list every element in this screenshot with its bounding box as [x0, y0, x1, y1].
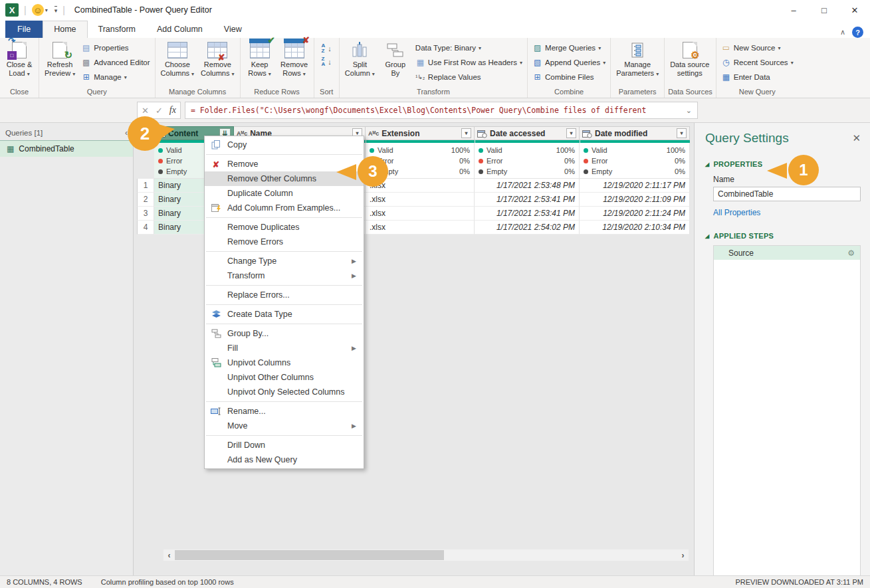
scroll-right-icon[interactable]: ›	[677, 551, 689, 560]
properties-button[interactable]: ▤ Properties	[78, 41, 152, 55]
menu-item-drill-down[interactable]: Drill Down	[205, 438, 364, 452]
menu-item-change-type[interactable]: Change Type ▶	[205, 254, 364, 268]
cell-date-modified[interactable]: 12/19/2020 2:11:17 PM	[580, 179, 690, 193]
sort-za-icon: ZA	[322, 56, 326, 67]
cell-date-accessed[interactable]: 1/17/2021 2:54:02 PM	[475, 221, 580, 235]
split-column-icon	[350, 42, 370, 58]
tab-transform[interactable]: Transform	[88, 21, 147, 38]
menu-item-unpivot-other-columns[interactable]: Unpivot Other Columns	[205, 370, 364, 385]
tab-home[interactable]: Home	[43, 21, 87, 38]
quick-access-customize-icon[interactable]: ▾	[54, 6, 58, 14]
group-by-icon	[205, 329, 227, 338]
dropdown-icon: ▾	[72, 71, 75, 77]
recent-sources-button[interactable]: ◷ Recent Sources ▾	[718, 55, 796, 70]
cell-date-modified[interactable]: 12/19/2020 2:11:24 PM	[580, 207, 690, 221]
column-header-extension[interactable]: Aᴹc Extension ▾	[366, 126, 475, 140]
data-type-button[interactable]: Data Type: Binary ▾	[413, 41, 525, 55]
collapse-triangle-icon[interactable]: ◢	[705, 161, 709, 167]
column-header-date-accessed[interactable]: Date accessed ▾	[475, 126, 580, 140]
menu-separator	[206, 251, 362, 252]
enter-data-button[interactable]: ▦ Enter Data	[718, 70, 796, 84]
empty-dot-icon	[479, 169, 483, 174]
formula-expand-icon[interactable]: ⌄	[686, 106, 692, 115]
cell-date-modified[interactable]: 12/19/2020 2:10:34 PM	[580, 221, 690, 235]
data-source-settings-button[interactable]: ⚙ Data source settings	[667, 39, 712, 78]
menu-item-add-as-new-query[interactable]: Add as New Query	[205, 452, 364, 467]
scroll-left-icon[interactable]: ‹	[163, 551, 175, 560]
close-pane-icon[interactable]: ✕	[852, 132, 861, 144]
cell-date-accessed[interactable]: 1/17/2021 2:53:41 PM	[475, 193, 580, 207]
remove-rows-button[interactable]: ✘ Remove Rows ▾	[277, 39, 312, 79]
menu-item-fill[interactable]: Fill ▶	[205, 341, 364, 355]
query-list-item-combinedtable[interactable]: ▦ CombinedTable	[0, 141, 133, 157]
menu-item-copy[interactable]: Copy	[205, 138, 364, 152]
all-properties-link[interactable]: All Properties	[713, 208, 861, 217]
callout-badge-1: 1	[766, 154, 821, 186]
minimize-button[interactable]: –	[778, 0, 809, 20]
column-header-date-modified[interactable]: Date modified ▾	[580, 126, 690, 140]
use-first-row-as-headers-button[interactable]: ▦ Use First Row as Headers ▾	[413, 55, 525, 70]
remove-columns-button[interactable]: ✘ Remove Columns ▾	[197, 39, 237, 79]
feedback-smiley-icon[interactable]: ☺	[32, 4, 44, 16]
cell-date-accessed[interactable]: 1/17/2021 2:53:48 PM	[475, 179, 580, 193]
menu-item-remove-duplicates[interactable]: Remove Duplicates	[205, 220, 364, 235]
group-by-button[interactable]: Group By	[378, 39, 413, 78]
menu-item-unpivot-columns[interactable]: Unpivot Columns	[205, 355, 364, 370]
menu-separator	[206, 324, 362, 324]
choose-columns-button[interactable]: Choose Columns ▾	[158, 39, 197, 79]
menu-item-unpivot-only-selected-columns[interactable]: Unpivot Only Selected Columns	[205, 385, 364, 399]
split-column-button[interactable]: Split Column ▾	[342, 39, 378, 79]
empty-dot-icon	[584, 169, 588, 174]
formula-input[interactable]: = Folder.Files("C:\Users\wongf\Documents…	[185, 102, 698, 119]
choose-columns-icon	[167, 42, 187, 58]
close-and-load-button[interactable]: □ ↷ Close & Load ▾	[2, 39, 37, 79]
maximize-button[interactable]: □	[809, 0, 839, 20]
applied-steps-section-heading[interactable]: ◢ APPLIED STEPS	[705, 232, 861, 240]
collapse-triangle-icon[interactable]: ◢	[705, 233, 709, 239]
keep-rows-button[interactable]: ✔ Keep Rows ▾	[243, 39, 277, 79]
menu-item-move[interactable]: Move ▶	[205, 419, 364, 433]
smiley-dropdown-icon[interactable]: ▾	[45, 7, 48, 13]
combine-files-button[interactable]: ⊞ Combine Files	[530, 70, 608, 84]
table-icon: ▦	[7, 144, 14, 153]
cell-date-modified[interactable]: 12/19/2020 2:11:09 PM	[580, 193, 690, 207]
query-name-input[interactable]	[713, 187, 861, 201]
menu-separator	[206, 217, 362, 218]
step-settings-gear-icon[interactable]: ⚙	[847, 248, 855, 258]
refresh-preview-button[interactable]: ↻ Refresh Preview ▾	[41, 39, 78, 79]
horizontal-scrollbar[interactable]: ‹ ›	[163, 549, 689, 561]
menu-item-group-by[interactable]: Group By...	[205, 326, 364, 341]
collapse-ribbon-icon[interactable]: ∧	[840, 28, 845, 37]
advanced-editor-button[interactable]: ▩ Advanced Editor	[78, 55, 152, 70]
tab-add-column[interactable]: Add Column	[146, 21, 213, 38]
replace-values-button[interactable]: ¹↳₂ Replace Values	[413, 70, 525, 84]
new-source-button[interactable]: ▭ New Source ▾	[718, 41, 796, 55]
merge-queries-button[interactable]: ▨ Merge Queries ▾	[530, 41, 608, 55]
filter-dropdown-icon[interactable]: ▾	[677, 128, 687, 138]
sort-ascending-button[interactable]: AZ ↓	[319, 42, 334, 55]
applied-step-source[interactable]: Source ⚙	[714, 246, 860, 260]
menu-item-duplicate-column[interactable]: Duplicate Column	[205, 186, 364, 201]
manage-button[interactable]: ⊞ Manage ▾	[78, 70, 152, 84]
close-button[interactable]: ✕	[839, 0, 870, 20]
menu-item-transform[interactable]: Transform ▶	[205, 268, 364, 283]
cell-date-accessed[interactable]: 1/17/2021 2:53:41 PM	[475, 207, 580, 221]
help-icon[interactable]: ?	[852, 27, 863, 38]
sort-descending-button[interactable]: ZA ↓	[319, 55, 334, 68]
filter-dropdown-icon[interactable]: ▾	[461, 128, 471, 138]
filter-dropdown-icon[interactable]: ▾	[566, 128, 576, 138]
cell-extension[interactable]: .xlsx	[366, 207, 475, 221]
group-label-combine: Combine	[530, 86, 608, 98]
copy-icon	[205, 140, 227, 149]
tab-view[interactable]: View	[213, 21, 253, 38]
menu-item-replace-errors[interactable]: Replace Errors...	[205, 288, 364, 302]
manage-parameters-button[interactable]: Manage Parameters ▾	[613, 39, 662, 79]
menu-item-add-column-from-examples[interactable]: Add Column From Examples...	[205, 201, 364, 215]
cell-extension[interactable]: .xlsx	[366, 193, 475, 207]
append-queries-button[interactable]: ▧ Append Queries ▾	[530, 55, 608, 70]
menu-item-remove-errors[interactable]: Remove Errors	[205, 235, 364, 249]
scrollbar-thumb[interactable]	[175, 550, 444, 560]
menu-item-create-data-type[interactable]: Create Data Type	[205, 307, 364, 322]
cell-extension[interactable]: .xlsx	[366, 221, 475, 235]
menu-item-rename[interactable]: Rename...	[205, 404, 364, 419]
